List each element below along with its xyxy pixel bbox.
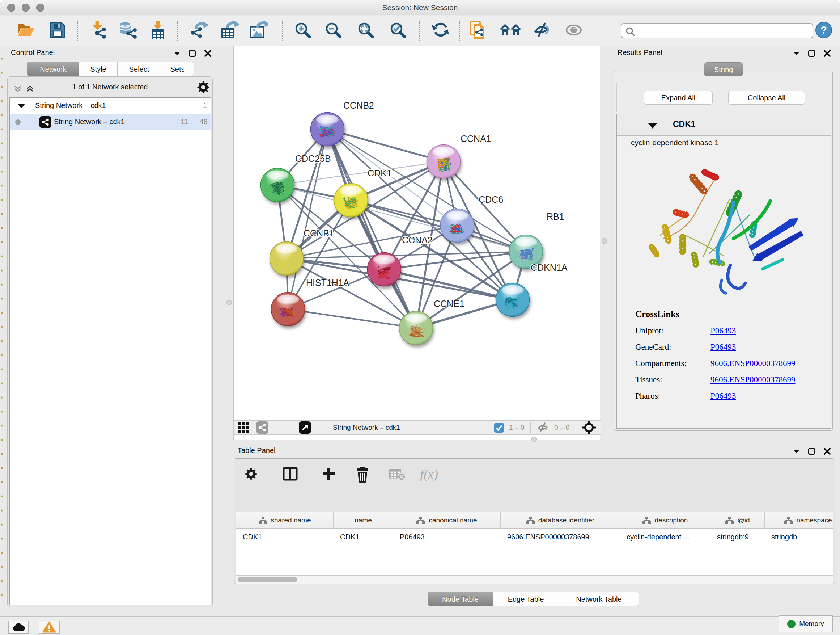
save-session-button[interactable]	[49, 22, 66, 40]
tab-network-table[interactable]: Network Table	[559, 592, 639, 606]
crosslink-value-link[interactable]: 9606.ENSP00000378699	[711, 359, 796, 368]
column-header-database-identifier[interactable]: database identifier	[501, 512, 620, 529]
crosslink-value-link[interactable]: P06493	[711, 342, 736, 352]
cell-shared-name[interactable]: CDK1	[236, 529, 333, 545]
hidden-count-group[interactable]: 0 – 0	[537, 421, 569, 434]
panel-float-icon[interactable]	[808, 448, 815, 455]
network-row[interactable]: String Network – cdk1 11 48	[10, 114, 210, 130]
share-view-button[interactable]	[256, 421, 268, 434]
tab-string[interactable]: String	[704, 62, 743, 76]
expand-all-tree-icon[interactable]	[26, 85, 34, 93]
edge-CDK1-RB1[interactable]	[351, 200, 526, 252]
panel-menu-icon[interactable]	[793, 449, 799, 454]
zoom-fit-content-button[interactable]	[357, 22, 374, 40]
birds-eye-button[interactable]	[582, 421, 596, 434]
panel-float-icon[interactable]	[189, 50, 196, 57]
help-button[interactable]: ?	[815, 21, 832, 40]
panel-menu-icon[interactable]	[793, 51, 799, 56]
table-settings-gear-button[interactable]	[244, 467, 258, 483]
column-header-shared-name[interactable]: shared name	[236, 512, 333, 529]
clone-network-button[interactable]	[470, 21, 488, 41]
tab-node-table[interactable]: Node Table	[428, 592, 493, 606]
network-graph[interactable]: CCNB2CCNA1CDC25BCDK1CDC6RB1CCNB1CCNA2CDK…	[234, 46, 600, 420]
add-column-button[interactable]	[322, 467, 336, 483]
expand-all-button[interactable]: Expand All	[644, 91, 713, 105]
node-CDC25B[interactable]	[261, 168, 294, 202]
cell-database-identifier[interactable]: 9606.ENSP00000378699	[501, 529, 620, 545]
collapse-triangle-icon[interactable]	[648, 122, 657, 130]
network-collection-row[interactable]: String Network – cdk1 1	[10, 98, 210, 114]
detach-view-button[interactable]	[299, 421, 311, 434]
split-columns-button[interactable]	[282, 467, 298, 483]
cell--id[interactable]: stringdb:9...	[711, 529, 765, 545]
table-horizontal-scrollbar[interactable]	[236, 575, 833, 584]
control-tab-select[interactable]: Select	[118, 62, 161, 76]
memory-button[interactable]: Memory	[778, 615, 833, 632]
node-CCNB1[interactable]	[270, 242, 303, 276]
tab-edge-table[interactable]: Edge Table	[493, 592, 559, 606]
panel-float-icon[interactable]	[808, 50, 815, 57]
collapse-all-tree-icon[interactable]	[14, 85, 22, 93]
crosslink-value-link[interactable]: P06493	[711, 391, 736, 401]
control-tab-network[interactable]: Network	[27, 62, 79, 76]
control-tab-sets[interactable]: Sets	[161, 62, 194, 76]
cloud-button[interactable]	[8, 621, 29, 633]
column-header-name[interactable]: name	[333, 512, 393, 529]
panel-close-icon[interactable]	[824, 448, 831, 455]
refresh-network-button[interactable]	[432, 22, 449, 40]
column-header-canonical-name[interactable]: canonical name	[393, 512, 501, 529]
cell-description[interactable]: cyclin-dependent ...	[620, 529, 711, 545]
warnings-button[interactable]	[39, 621, 60, 633]
column-header--id[interactable]: @id	[711, 512, 765, 529]
show-all-button[interactable]	[565, 23, 584, 39]
zoom-out-button[interactable]	[325, 22, 341, 40]
node-CDC6[interactable]	[441, 209, 474, 242]
column-header-namespace[interactable]: namespace	[765, 512, 833, 529]
cell-name[interactable]: CDK1	[333, 529, 393, 545]
open-session-button[interactable]	[16, 21, 34, 40]
network-options-gear-icon[interactable]	[197, 81, 210, 94]
crosslink-value-link[interactable]: 9606.ENSP00000378699	[711, 375, 796, 385]
splitter-handle[interactable]	[531, 437, 537, 442]
import-table-from-file-button[interactable]	[150, 21, 166, 41]
cell-canonical-name[interactable]: P06493	[393, 529, 501, 545]
cell-namespace[interactable]: stringdb	[765, 529, 833, 545]
export-image-button[interactable]	[249, 21, 268, 41]
scrollbar-thumb[interactable]	[238, 577, 297, 582]
network-canvas[interactable]: CCNB2CCNA1CDC25BCDK1CDC6RB1CCNB1CCNA2CDK…	[233, 46, 600, 440]
column-header-description[interactable]: description	[620, 512, 711, 529]
hide-selected-button[interactable]	[534, 22, 552, 40]
node-CCNA2[interactable]	[368, 253, 401, 287]
node-CCNB2[interactable]	[311, 112, 344, 146]
zoom-selected-button[interactable]	[390, 22, 406, 40]
table-row[interactable]: CDK1CDK1P064939606.ENSP00000378699cyclin…	[236, 529, 833, 545]
first-neighbors-button[interactable]	[500, 22, 521, 40]
node-CDKN1A[interactable]	[496, 283, 530, 317]
collapse-all-button[interactable]: Collapse All	[728, 91, 805, 105]
crosslink-value-link[interactable]: P06493	[711, 326, 736, 336]
tree-expand-icon[interactable]	[17, 103, 25, 109]
panel-close-icon[interactable]	[824, 50, 831, 57]
zoom-in-button[interactable]	[294, 22, 311, 40]
function-builder-button[interactable]: f(x)	[420, 467, 438, 482]
panel-close-icon[interactable]	[204, 50, 211, 57]
panel-menu-icon[interactable]	[174, 51, 180, 56]
export-table-button[interactable]	[220, 21, 239, 41]
search-input[interactable]	[638, 25, 811, 37]
edge-CCNB2-CCNE1[interactable]	[327, 129, 416, 328]
splitter-handle[interactable]	[226, 300, 232, 305]
edge-CCNA1-CDC25B[interactable]	[278, 162, 444, 185]
splitter-handle[interactable]	[602, 238, 607, 244]
node-CCNE1[interactable]	[399, 311, 433, 345]
delete-table-button[interactable]	[388, 467, 406, 483]
export-network-button[interactable]	[190, 21, 208, 41]
control-tab-style[interactable]: Style	[79, 62, 118, 76]
cdk1-section-header[interactable]: CDK1	[617, 114, 831, 136]
import-network-from-file-button[interactable]	[90, 21, 108, 41]
selected-count-group[interactable]: 1 – 0	[494, 421, 524, 434]
node-HIST1H1A[interactable]	[271, 293, 305, 326]
import-network-from-database-button[interactable]	[118, 21, 139, 41]
delete-column-button[interactable]	[355, 467, 370, 484]
grid-view-button[interactable]	[238, 421, 248, 434]
node-CDK1[interactable]	[334, 184, 368, 217]
